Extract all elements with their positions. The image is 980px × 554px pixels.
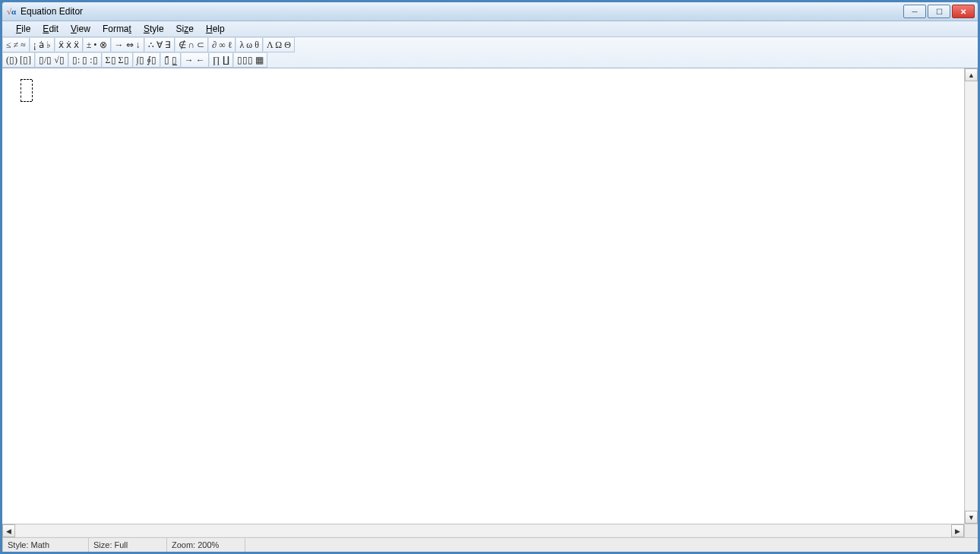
menu-style[interactable]: Style [138,22,170,36]
title-bar: √α Equation Editor ─ ☐ ✕ [2,2,978,21]
status-style: Style: Math [2,538,89,552]
arrow-templates[interactable]: → ← [181,52,209,68]
misc-symbols[interactable]: ∂ ∞ ℓ [208,37,236,52]
status-bar: Style: Math Size: Full Zoom: 200% [2,537,978,552]
menu-help[interactable]: Help [200,22,231,36]
status-style-label: Style: [8,540,29,549]
menu-format[interactable]: Format [96,22,138,36]
vertical-scrollbar[interactable]: ▲ ▼ [964,68,978,524]
menu-file[interactable]: File [10,22,36,36]
toolbar-row-symbols: ≤ ≠ ≈ ¡ ȧ ♭ ẍ ẋ ẍ ± • ⊗ → ⇔ ↓ ∴ ∀ ∃ ∉ ∩ … [2,37,978,52]
greek-uppercase[interactable]: Λ Ω Θ [263,37,295,52]
integral-templates[interactable]: ∫▯ ∮▯ [133,52,160,68]
status-zoom: Zoom: 200% [167,538,245,552]
insertion-slot [21,79,32,102]
status-size-value: Full [115,540,128,549]
spaces-ellipses[interactable]: ¡ ȧ ♭ [30,37,55,52]
horizontal-scroll-track[interactable] [15,525,951,537]
status-style-value: Math [31,540,49,549]
minimize-button[interactable]: ─ [903,5,926,18]
status-size: Size: Full [89,538,167,552]
summation-templates[interactable]: Σ▯ Σ▯ [102,52,133,68]
menu-size[interactable]: Size [170,22,200,36]
status-zoom-value: 200% [198,540,219,549]
symbol-toolbar: ≤ ≠ ≈ ¡ ȧ ♭ ẍ ẋ ẍ ± • ⊗ → ⇔ ↓ ∴ ∀ ∃ ∉ ∩ … [2,37,978,68]
maximize-button[interactable]: ☐ [928,5,950,18]
vertical-scroll-track[interactable] [966,81,977,511]
menu-view[interactable]: View [65,22,96,36]
set-theory-symbols[interactable]: ∉ ∩ ⊂ [175,37,209,52]
workspace: ▲ ▼ [2,68,978,524]
menu-bar: File Edit View Format Style Size Help [2,21,978,37]
scroll-up-button[interactable]: ▲ [965,68,978,81]
app-window: √α Equation Editor ─ ☐ ✕ File Edit View … [2,2,978,552]
app-icon: √α [5,5,17,17]
scroll-down-button[interactable]: ▼ [965,511,978,524]
scroll-left-button[interactable]: ◀ [2,524,15,537]
status-size-label: Size: [93,540,112,549]
embellishments[interactable]: ẍ ẋ ẍ [55,37,83,52]
status-zoom-label: Zoom: [172,540,195,549]
close-button[interactable]: ✕ [952,5,975,18]
scroll-corner [964,524,978,537]
fence-templates[interactable]: (▯) [▯] [2,52,35,68]
subscript-superscript-templates[interactable]: ▯: ▯ :▯ [68,52,102,68]
menu-edit[interactable]: Edit [36,22,65,36]
window-title: Equation Editor [21,6,83,17]
operator-symbols[interactable]: ± • ⊗ [83,37,111,52]
scroll-right-button[interactable]: ▶ [951,524,964,537]
product-templates[interactable]: ∏ ∐ [209,52,233,68]
matrix-templates[interactable]: ▯▯▯ ▦ [233,52,267,68]
toolbar-row-templates: (▯) [▯] ▯/▯ √▯ ▯: ▯ :▯ Σ▯ Σ▯ ∫▯ ∮▯ ▯̄ ▯̲… [2,52,978,68]
horizontal-scrollbar[interactable]: ◀ ▶ [2,524,964,537]
fraction-radical-templates[interactable]: ▯/▯ √▯ [35,52,68,68]
bar-templates[interactable]: ▯̄ ▯̲ [160,52,181,68]
arrow-symbols[interactable]: → ⇔ ↓ [111,37,144,52]
greek-lowercase[interactable]: λ ω θ [236,37,262,52]
equation-canvas[interactable] [2,68,964,524]
relational-symbols[interactable]: ≤ ≠ ≈ [2,37,30,52]
logical-symbols[interactable]: ∴ ∀ ∃ [144,37,175,52]
